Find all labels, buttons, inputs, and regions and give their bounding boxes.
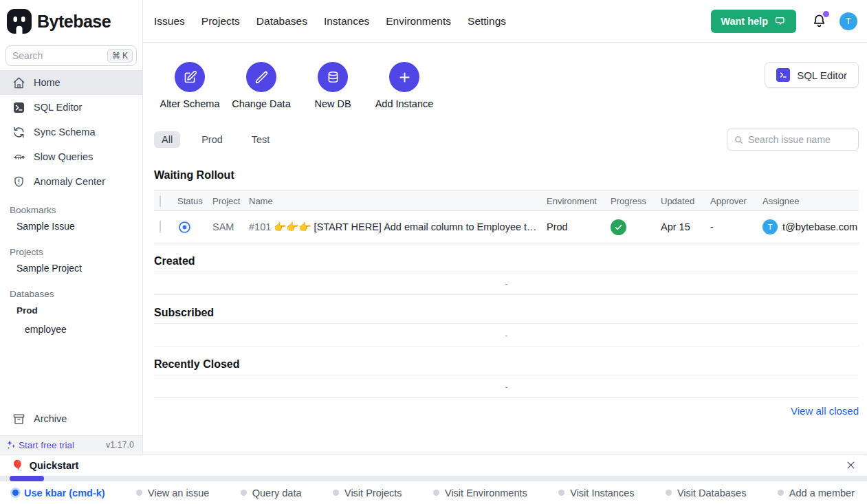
want-help-button[interactable]: Want help [711,10,796,33]
nav-link-issues[interactable]: Issues [154,15,185,28]
sidebar-item-label: Sync Schema [34,127,95,138]
action-label: Add Instance [375,98,434,109]
sidebar-item-employee[interactable]: employee [0,320,142,339]
step-dot-icon [241,490,247,496]
brand-wordmark: Bytebase [37,12,111,32]
sql-editor-button[interactable]: SQL Editor [765,62,859,88]
sidebar-item-label: SQL Editor [34,102,82,113]
row-checkbox[interactable] [160,221,161,233]
nav-link-instances[interactable]: Instances [324,15,369,28]
step-label: Use kbar (cmd-k) [24,487,105,498]
nav-link-projects[interactable]: Projects [201,15,240,28]
issue-approver: - [710,221,762,232]
global-search[interactable]: ⌘ K [6,45,137,66]
terminal-icon [776,68,790,82]
search-icon [734,135,744,145]
new-db-button[interactable]: New DB [297,62,369,109]
sidebar-section-bookmarks: Bookmarks [0,203,142,217]
open-status-icon [177,220,212,234]
search-shortcut-badge: ⌘ K [107,49,133,63]
plus-icon [389,62,419,92]
add-instance-button[interactable]: Add Instance [369,62,440,109]
quickstart-steps: Use kbar (cmd-k) View an issue Query dat… [0,481,867,504]
issue-row[interactable]: SAM #101 👉👉👉 [START HERE] Add email colu… [154,211,859,243]
version-label: v1.17.0 [106,440,134,450]
issue-title: 👉👉👉 [START HERE] Add email column to Emp… [274,221,545,232]
app-window: Bytebase ⌘ K Home SQL Editor [0,0,867,454]
step-label: Visit Environments [445,487,527,498]
environment-tabs: All Prod Test [154,131,277,148]
sidebar-item-sample-issue[interactable]: Sample Issue [0,217,142,236]
created-empty-row: - [154,272,859,295]
column-header-updated: Updated [661,196,710,206]
database-icon [318,62,348,92]
step-label: Visit Databases [677,487,746,498]
column-header-environment: Environment [547,196,611,206]
sidebar-item-sync-schema[interactable]: Sync Schema [0,120,142,144]
sidebar-item-prod[interactable]: Prod [0,300,142,320]
column-header-progress: Progress [611,196,661,206]
close-icon[interactable] [846,460,856,470]
tab-test[interactable]: Test [244,131,278,148]
notification-badge [823,11,829,17]
quickstart-step-visit-projects[interactable]: Visit Projects [333,487,402,498]
sidebar-item-label: Slow Queries [34,151,93,162]
quickstart-step-visit-instances[interactable]: Visit Instances [558,487,634,498]
sidebar-item-sample-project[interactable]: Sample Project [0,259,142,278]
notifications-button[interactable] [811,13,827,29]
action-label: Alter Schema [160,98,219,109]
quickstart-panel: 🎈 Quickstart Use kbar (cmd-k) View an is… [0,454,867,504]
quickstart-step-visit-databases[interactable]: Visit Databases [666,487,746,498]
step-label: View an issue [148,487,209,498]
shield-icon [12,175,25,188]
issue-id: #101 [249,221,271,232]
select-all-checkbox[interactable] [160,195,161,207]
user-avatar[interactable]: T [839,12,857,30]
search-input[interactable] [12,50,107,61]
quickstart-step-use-kbar[interactable]: Use kbar (cmd-k) [12,487,105,498]
issue-search-input[interactable] [748,134,852,145]
recently-closed-empty-row: - [154,375,859,398]
sidebar-item-home[interactable]: Home [0,70,142,95]
view-all-closed-link[interactable]: View all closed [791,405,859,417]
nav-link-settings[interactable]: Settings [468,15,506,28]
top-navigation: Issues Projects Databases Instances Envi… [143,0,867,43]
step-label: Add a member [789,487,855,498]
recently-closed-title: Recently Closed [154,358,859,371]
quickstart-step-visit-environments[interactable]: Visit Environments [433,487,527,498]
quickstart-step-query-data[interactable]: Query data [241,487,302,498]
alter-schema-button[interactable]: Alter Schema [154,62,226,109]
sidebar-item-sql-editor[interactable]: SQL Editor [0,95,142,120]
issue-assignee: T t@bytebase.com [762,219,859,234]
sidebar-item-label: Anomaly Center [34,176,105,187]
step-dot-icon [136,490,142,496]
tab-prod[interactable]: Prod [194,131,230,148]
step-dot-icon [778,490,784,496]
column-header-project: Project [212,196,249,206]
start-free-trial-link[interactable]: Start free trial [6,439,74,450]
nav-link-databases[interactable]: Databases [256,15,307,28]
quick-actions-row: Alter Schema Change Data New DB [154,62,859,109]
waiting-rollout-title: Waiting Rollout [154,169,859,182]
issue-updated: Apr 15 [661,221,710,232]
bytebase-logo[interactable]: Bytebase [0,0,142,43]
created-title: Created [154,255,859,267]
sidebar-item-archive[interactable]: Archive [0,406,142,431]
quickstart-step-add-member[interactable]: Add a member [778,487,855,498]
tab-all[interactable]: All [154,131,180,148]
issue-name: #101 👉👉👉 [START HERE] Add email column t… [249,221,547,233]
step-dot-icon [433,490,439,496]
sidebar-item-anomaly-center[interactable]: Anomaly Center [0,169,142,194]
sidebar-footer: Start free trial v1.17.0 [0,435,142,454]
issue-table-header: Status Project Name Environment Progress… [154,190,859,211]
quickstart-step-view-issue[interactable]: View an issue [136,487,209,498]
sidebar-item-slow-queries[interactable]: Slow Queries [0,144,142,169]
terminal-icon [12,101,25,114]
nav-link-environments[interactable]: Environments [386,15,451,28]
change-data-button[interactable]: Change Data [226,62,297,109]
main-area: Issues Projects Databases Instances Envi… [143,0,867,454]
sidebar-section-databases: Databases [0,287,142,300]
issue-search-box[interactable] [727,129,859,151]
sparkles-icon [6,439,17,450]
column-header-name: Name [249,196,547,206]
